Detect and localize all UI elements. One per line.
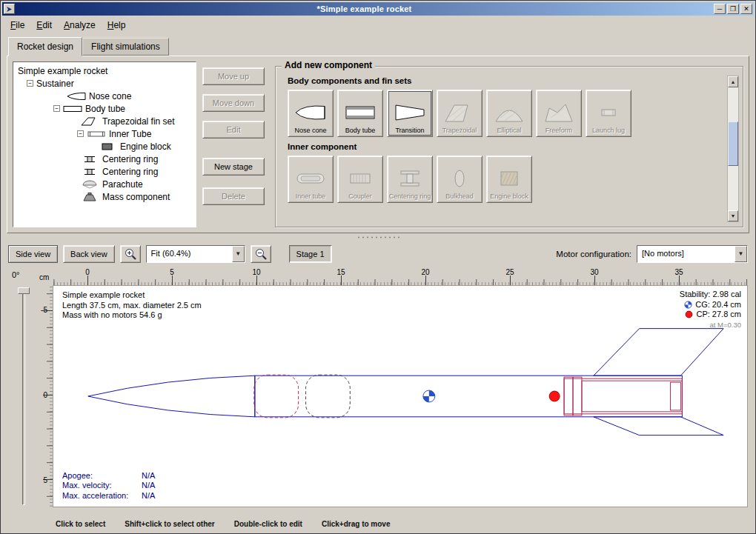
menu-edit[interactable]: Edit	[31, 17, 57, 33]
menu-help[interactable]: Help	[102, 17, 131, 33]
splitter-grip-icon[interactable]	[357, 236, 399, 240]
ruler-label: 5	[170, 268, 174, 276]
edit-button[interactable]: Edit	[202, 121, 265, 138]
ruler-label: 10	[252, 268, 260, 276]
tree-item-engine-block[interactable]: Engine block	[15, 140, 194, 153]
rotation-control: 0°	[8, 267, 38, 515]
centering-ring-icon	[80, 167, 99, 176]
tab-flight-simulations[interactable]: Flight simulations	[82, 38, 169, 56]
add-launch-lug-button[interactable]: Launch lug	[586, 90, 631, 137]
cp-marker	[549, 391, 560, 401]
trapezoidal-fin-icon	[443, 101, 476, 125]
collapse-icon[interactable]: −	[53, 105, 60, 112]
body-tube-icon	[63, 104, 82, 113]
main-tabs: Rocket design Flight simulations	[2, 35, 754, 56]
tab-rocket-design[interactable]: Rocket design	[8, 37, 82, 56]
zoom-out-button[interactable]	[251, 245, 271, 263]
transition-icon	[394, 101, 426, 125]
motor-config-select[interactable]: [No motors] ▼	[637, 245, 748, 263]
tree-item-rocket[interactable]: Simple example rocket	[15, 64, 194, 77]
app-window: *Simple example rocket ─ ❐ ✕ File Edit A…	[0, 0, 756, 534]
apogee-label: Apogee:	[62, 471, 142, 481]
tree-item-parachute[interactable]: Parachute	[15, 178, 194, 190]
tree-item-centering-ring-1[interactable]: Centering ring	[15, 153, 194, 165]
add-body-tube-button[interactable]: Body tube	[337, 90, 383, 137]
tree-item-sustainer[interactable]: −Sustainer	[15, 77, 194, 90]
stability-legend: Stability: 2.98 cal CG: 20.4 cm CP: 27.8…	[680, 290, 741, 330]
rocket-figure-area: 0° cm 0 5 10 15 20 25 30 35 -5 0 5	[8, 267, 748, 515]
body-tube-icon	[344, 101, 377, 125]
tree-item-mass-component[interactable]: Mass component	[15, 190, 194, 203]
body-components-label: Body components and fin sets	[288, 76, 732, 85]
add-engine-block-button[interactable]: Engine block	[486, 156, 532, 203]
panel-splitter[interactable]	[2, 233, 754, 242]
ruler-label: -5	[41, 306, 47, 314]
component-scrollbar[interactable]: ▲ ▼	[727, 76, 739, 222]
maximize-button[interactable]: ❐	[727, 4, 739, 14]
minimize-button[interactable]: ─	[714, 4, 726, 14]
hint-drag: Click+drag to move	[322, 520, 391, 528]
system-menu-icon[interactable]	[4, 4, 15, 14]
new-stage-button[interactable]: New stage	[202, 158, 265, 176]
stage-1-toggle[interactable]: Stage 1	[289, 245, 332, 263]
tree-item-fin-set[interactable]: Trapezoidal fin set	[15, 115, 194, 127]
hint-double-click: Double-click to edit	[234, 520, 302, 528]
back-view-button[interactable]: Back view	[63, 245, 115, 263]
add-bulkhead-button[interactable]: Bulkhead	[437, 156, 483, 203]
add-nose-cone-button[interactable]: Nose cone	[288, 90, 334, 137]
ruler-label: 30	[590, 268, 598, 276]
add-elliptical-fin-button[interactable]: Elliptical	[486, 90, 532, 137]
hint-shift-click: Shift+click to select other	[125, 520, 214, 528]
rocket-name: Simple example rocket	[62, 290, 202, 301]
mass-component-icon	[80, 193, 99, 201]
scroll-down-icon[interactable]: ▼	[728, 210, 738, 221]
menu-analyze[interactable]: Analyze	[59, 17, 101, 33]
collapse-icon[interactable]: −	[27, 80, 33, 87]
add-freeform-fin-button[interactable]: Freeform	[536, 90, 582, 137]
centering-ring-icon	[394, 167, 426, 191]
tree-item-nose-cone[interactable]: Nose cone	[15, 90, 194, 102]
chevron-down-icon[interactable]: ▼	[735, 246, 747, 262]
tree-item-inner-tube[interactable]: − Inner Tube	[15, 127, 194, 140]
scrollbar-thumb[interactable]	[728, 121, 738, 166]
inner-component-label: Inner component	[288, 142, 732, 151]
trapezoidal-fin-icon	[80, 117, 99, 126]
ruler-label: 20	[421, 268, 429, 276]
ruler-label: 5	[43, 476, 47, 484]
rocket-drawing[interactable]: Simple example rocket Length 37.5 cm, ma…	[53, 285, 748, 507]
add-trapezoidal-fin-button[interactable]: Trapezoidal	[437, 90, 483, 137]
ruler-label: 25	[505, 268, 514, 276]
max-velocity-label: Max. velocity:	[62, 481, 142, 491]
tree-item-body-tube[interactable]: − Body tube	[15, 102, 194, 115]
window-title: *Simple example rocket	[16, 4, 712, 13]
parachute-icon	[80, 180, 99, 189]
apogee-value: N/A	[142, 471, 155, 481]
scroll-up-icon[interactable]: ▲	[728, 76, 738, 87]
menu-file[interactable]: File	[5, 17, 30, 33]
component-tree[interactable]: Simple example rocket −Sustainer Nose co…	[13, 61, 196, 227]
side-view-button[interactable]: Side view	[8, 245, 58, 263]
scrollbar-track[interactable]	[728, 87, 738, 210]
centering-ring-icon	[80, 155, 99, 164]
ruler-unit: cm	[38, 267, 53, 285]
tree-item-centering-ring-2[interactable]: Centering ring	[15, 165, 194, 178]
add-inner-tube-button[interactable]: Inner tube	[288, 156, 334, 203]
close-button[interactable]: ✕	[740, 4, 752, 14]
chevron-down-icon[interactable]: ▼	[232, 246, 245, 262]
move-down-button[interactable]: Move down	[202, 94, 265, 112]
ruler-label: 15	[336, 268, 345, 276]
add-coupler-button[interactable]: Coupler	[337, 156, 383, 203]
rocket-design-panel: Simple example rocket −Sustainer Nose co…	[7, 56, 749, 233]
rotation-slider-thumb[interactable]	[18, 287, 30, 294]
rotation-slider[interactable]	[22, 290, 25, 505]
hint-bar: Click to select Shift+click to select ot…	[2, 515, 754, 532]
add-transition-button[interactable]: Transition	[387, 90, 433, 137]
delete-button[interactable]: Delete	[202, 187, 265, 205]
add-centering-ring-button[interactable]: Centering ring	[387, 156, 433, 203]
collapse-icon[interactable]: −	[77, 130, 84, 137]
move-up-button[interactable]: Move up	[202, 67, 265, 85]
title-bar: *Simple example rocket ─ ❐ ✕	[2, 2, 754, 16]
cg-value: CG: 20.4 cm	[695, 300, 741, 310]
zoom-select[interactable]: Fit (60.4%) ▼	[146, 245, 245, 263]
zoom-in-button[interactable]	[120, 245, 141, 263]
